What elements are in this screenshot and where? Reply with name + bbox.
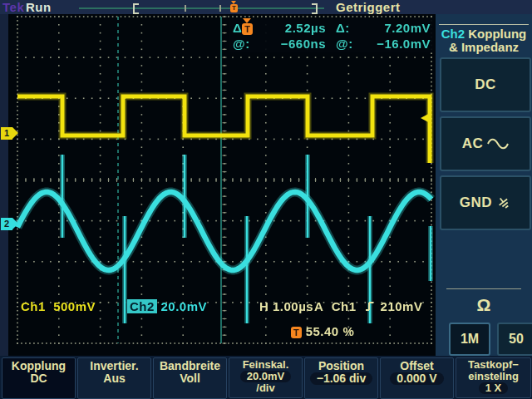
menu-bandbreite-button[interactable]: BandbreiteVoll	[153, 357, 227, 399]
ch1-scale-value: 500mV	[53, 299, 96, 313]
left-margin	[0, 14, 8, 356]
ch1-ground-marker[interactable]: 1	[1, 127, 12, 140]
menu-bandbreite-label: Bandbreite	[160, 359, 220, 372]
trigger-level-arrow[interactable]	[421, 112, 431, 124]
trigger-t-badge: T	[291, 327, 302, 338]
menu-feinskal-button[interactable]: Feinskal.20.0mV/div	[229, 357, 303, 398]
trigger-readout: A Ch1 210mV	[314, 299, 422, 313]
coupling-gnd-label: GND	[460, 195, 492, 211]
ch1-scale-readout: Ch1 500mV	[21, 299, 96, 313]
menu-position-label: Position	[318, 359, 364, 372]
top-status-bar: Tek Run T Getriggert	[0, 0, 532, 14]
ground-icon	[496, 195, 511, 210]
menu-invertier-label: Invertier.	[90, 359, 138, 372]
oscilloscope-screen: Tek Run T Getriggert ΔT 2.52µs Δ: 7.20mV…	[0, 0, 532, 399]
side-menu-title: Ch2 Kopplung& Impedanz	[439, 24, 529, 54]
cursor-readout-box: ΔT 2.52µs Δ: 7.20mV @: −660ns @: −16.0mV	[229, 18, 434, 52]
impedance-divider	[446, 288, 521, 289]
coupling-dc-button[interactable]: DC	[440, 57, 531, 112]
menu-kopplung-value: DC	[30, 372, 47, 385]
impedance-1m-button[interactable]: 1M	[449, 323, 490, 356]
side-menu-title-line2: & Impedanz	[449, 40, 519, 54]
menu-tastkopf-button[interactable]: Tastkopf−einstellng1 X	[456, 357, 531, 398]
trigger-t-icon: T	[242, 23, 253, 35]
menu-feinskal-unit: /div	[256, 382, 274, 394]
impedance-50-button[interactable]: 50	[497, 323, 532, 356]
side-menu: Ch2 Kopplung& Impedanz DC AC GND Ω 1M 50	[436, 14, 532, 356]
menu-kopplung-label: Kopplung	[12, 359, 66, 372]
menu-kopplung-button[interactable]: KopplungDC	[2, 357, 76, 399]
menu-offset-button[interactable]: Offset0.000 V	[380, 357, 454, 399]
menu-tastkopf-value: 1 X	[479, 382, 509, 394]
record-view-tick	[219, 5, 221, 12]
menu-bandbreite-value: Voll	[180, 372, 200, 385]
cursor-readout-row-time: ΔT 2.52µs Δ: 7.20mV	[229, 21, 434, 37]
menu-tastkopf-label2: einstellng	[468, 370, 519, 382]
coupling-ac-label: AC	[462, 135, 484, 152]
ch2-scale-readout: Ch2 20.0mV	[127, 299, 207, 313]
coupling-dc-label: DC	[475, 76, 496, 93]
menu-offset-value: 0.000 V	[390, 372, 443, 385]
side-menu-title-line1: Kopplung	[465, 27, 526, 41]
menu-tastkopf-label1: Tastkopf−	[468, 358, 519, 371]
record-window-close-bracket	[312, 3, 318, 14]
side-menu-title-channel: Ch2	[441, 27, 465, 41]
ch2-label-badge: Ch2	[127, 299, 157, 313]
menu-invertier-button[interactable]: Invertier.Aus	[77, 357, 151, 399]
coupling-ac-button[interactable]: AC	[440, 116, 531, 171]
tek-logo: Tek	[2, 0, 24, 14]
menu-offset-label: Offset	[400, 359, 433, 372]
horizontal-label: H	[259, 299, 268, 313]
coupling-gnd-button[interactable]: GND	[440, 175, 531, 230]
rising-edge-icon	[364, 300, 377, 313]
trigger-mode: A	[314, 299, 323, 313]
ch2-ground-marker[interactable]: 2	[1, 218, 12, 230]
trigger-status-label: Getriggert	[336, 0, 401, 14]
ch2-scale-value: 20.0mV	[161, 299, 208, 313]
sine-icon	[487, 138, 509, 150]
ch1-label: Ch1	[21, 299, 46, 313]
menu-position-button[interactable]: Position−1.06 div	[304, 357, 378, 399]
delta-time-value: 2.52µs	[258, 21, 326, 35]
bottom-menu: KopplungDC Invertier.Aus BandbreiteVoll …	[0, 356, 532, 399]
delta-time-label: Δ	[233, 21, 242, 35]
delta-volt-value: 7.20mV	[354, 21, 431, 35]
acquisition-status: Run	[26, 0, 52, 14]
trigger-source: Ch1	[332, 299, 357, 313]
menu-invertier-value: Aus	[103, 372, 125, 385]
record-view-tick	[185, 5, 186, 12]
horizontal-scale-readout: H 1.00µs	[259, 299, 313, 313]
at-time-value: −660ns	[258, 37, 326, 51]
trigger-position-icon[interactable]: T	[230, 4, 238, 12]
trigger-level-value: 210mV	[381, 299, 423, 313]
impedance-symbol: Ω	[436, 295, 532, 315]
menu-feinskal-value: 20.0mV	[240, 371, 292, 382]
trigger-position-value: 55.40 %	[306, 324, 355, 338]
at-time-label: @:	[233, 37, 259, 51]
menu-feinskal-label: Feinskal.	[243, 358, 289, 371]
menu-position-value: −1.06 div	[310, 372, 373, 385]
cursor-readout-row-at: @: −660ns @: −16.0mV	[229, 37, 434, 52]
record-window-open-bracket	[133, 3, 139, 14]
at-volt-value: −16.0mV	[354, 37, 431, 51]
record-view-bar	[79, 7, 324, 9]
horizontal-scale-value: 1.00µs	[273, 299, 313, 313]
trigger-position-readout: T 55.40 %	[291, 324, 354, 338]
